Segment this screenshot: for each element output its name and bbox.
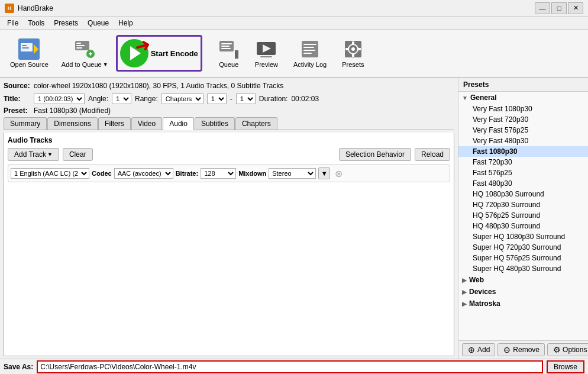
audio-tracks-toolbar: Add Track ▼ Clear Selection Behavior Rel…: [8, 148, 450, 161]
options-icon: ⚙: [553, 346, 561, 354]
preset-very-fast-1080p30[interactable]: Very Fast 1080p30: [458, 104, 588, 114]
preset-very-fast-576p25[interactable]: Very Fast 576p25: [458, 125, 588, 136]
preset-very-fast-720p30[interactable]: Very Fast 720p30: [458, 114, 588, 125]
mixdown-select[interactable]: Stereo: [269, 168, 316, 179]
menu-bar: File Tools Presets Queue Help: [0, 17, 588, 30]
add-queue-icon: [74, 38, 95, 60]
presets-panel: Presets ▼ General Very Fast 1080p30 Very…: [458, 78, 588, 359]
svg-rect-30: [345, 48, 348, 50]
svg-rect-23: [303, 50, 315, 51]
matroska-group-label: Matroska: [469, 299, 500, 308]
devices-group-label: Devices: [469, 288, 496, 296]
selection-behavior-button[interactable]: Selection Behavior: [339, 148, 411, 161]
preset-super-hq-576p25-surround[interactable]: Super HQ 576p25 Surround: [458, 253, 588, 263]
devices-toggle-icon: ▶: [462, 289, 467, 295]
svg-point-27: [351, 47, 355, 51]
preset-super-hq-720p30-surround[interactable]: Super HQ 720p30 Surround: [458, 242, 588, 253]
add-track-button[interactable]: Add Track ▼: [8, 148, 59, 161]
bitrate-select[interactable]: 128: [201, 168, 236, 179]
range-from-select[interactable]: 1: [207, 94, 227, 104]
angle-label: Angle:: [88, 95, 108, 103]
add-queue-dropdown-arrow: ▼: [103, 62, 108, 67]
angle-select[interactable]: 1: [112, 94, 131, 104]
clear-button[interactable]: Clear: [63, 148, 93, 161]
activity-log-button[interactable]: Activity Log: [287, 33, 333, 74]
range-select[interactable]: Chapters: [161, 94, 203, 104]
web-group-label: Web: [469, 276, 484, 284]
presets-remove-button[interactable]: ⊖ Remove: [497, 343, 545, 356]
preset-hq-1080p30-surround[interactable]: HQ 1080p30 Surround: [458, 189, 588, 199]
window-controls[interactable]: — □ ✕: [535, 2, 583, 14]
range-to-select[interactable]: 1: [236, 94, 256, 104]
tab-subtitles[interactable]: Subtitles: [195, 117, 235, 130]
open-source-icon: [18, 38, 40, 60]
range-label: Range:: [135, 95, 158, 103]
maximize-button[interactable]: □: [551, 2, 567, 14]
tab-dimensions[interactable]: Dimensions: [47, 117, 98, 130]
add-to-queue-button[interactable]: Add to Queue ▼: [56, 33, 114, 74]
preset-super-hq-480p30-surround[interactable]: Super HQ 480p30 Surround: [458, 263, 588, 274]
svg-rect-13: [221, 43, 232, 44]
source-value: color-wheel 1920x1080 (1920x1080), 30 FP…: [34, 82, 283, 90]
track-source-select[interactable]: 1 English (AAC LC) (2: [11, 168, 89, 179]
presets-group-web-header[interactable]: ▶ Web: [458, 274, 588, 286]
preset-hq-576p25-surround[interactable]: HQ 576p25 Surround: [458, 210, 588, 221]
title-select[interactable]: 1 (00:02:03): [34, 94, 85, 104]
save-label: Save As:: [4, 363, 33, 371]
duration-label: Duration:: [259, 95, 288, 103]
save-path-input[interactable]: [37, 360, 543, 373]
presets-toolbar-button[interactable]: Presets: [335, 33, 370, 74]
codec-select[interactable]: AAC (avcodec): [114, 168, 173, 179]
menu-presets[interactable]: Presets: [49, 18, 83, 28]
preset-hq-480p30-surround[interactable]: HQ 480p30 Surround: [458, 221, 588, 231]
presets-group-devices-header[interactable]: ▶ Devices: [458, 286, 588, 298]
general-toggle-icon: ▼: [462, 95, 468, 101]
presets-icon: [343, 38, 364, 60]
preset-super-hq-1080p30-surround[interactable]: Super HQ 1080p30 Surround: [458, 231, 588, 242]
minimize-button[interactable]: —: [535, 2, 550, 14]
browse-button[interactable]: Browse: [547, 360, 584, 373]
preset-value: Fast 1080p30 (Modified): [34, 107, 111, 115]
add-label: Add: [477, 346, 490, 354]
menu-file[interactable]: File: [2, 18, 23, 28]
svg-rect-28: [352, 41, 354, 44]
reload-button[interactable]: Reload: [415, 148, 450, 161]
preset-very-fast-480p30[interactable]: Very Fast 480p30: [458, 136, 588, 146]
menu-queue[interactable]: Queue: [83, 18, 114, 28]
codec-label: Codec: [92, 170, 112, 177]
preset-hq-720p30-surround[interactable]: HQ 720p30 Surround: [458, 199, 588, 210]
open-source-label: Open Source: [10, 61, 49, 68]
title-bar: H HandBrake — □ ✕: [0, 0, 588, 17]
presets-group-general-header[interactable]: ▼ General: [458, 92, 588, 104]
add-queue-label: Add to Queue: [62, 61, 102, 68]
tab-filters[interactable]: Filters: [98, 117, 131, 130]
tab-audio[interactable]: Audio: [163, 117, 194, 130]
preset-fast-1080p30[interactable]: Fast 1080p30: [458, 146, 588, 157]
menu-tools[interactable]: Tools: [23, 18, 49, 28]
presets-group-matroska-header[interactable]: ▶ Matroska: [458, 298, 588, 309]
close-button[interactable]: ✕: [568, 2, 583, 14]
tab-summary[interactable]: Summary: [4, 117, 47, 130]
queue-button[interactable]: Queue: [212, 33, 246, 74]
open-source-button[interactable]: Open Source: [5, 33, 54, 74]
preset-fast-576p25[interactable]: Fast 576p25: [458, 167, 588, 178]
track-remove-button[interactable]: ⊗: [332, 167, 344, 179]
menu-help[interactable]: Help: [114, 18, 138, 28]
main-content: Source: color-wheel 1920x1080 (1920x1080…: [0, 78, 588, 359]
queue-icon: [218, 38, 240, 60]
svg-rect-3: [22, 45, 27, 46]
source-row: Source: color-wheel 1920x1080 (1920x1080…: [4, 80, 454, 91]
preset-fast-720p30[interactable]: Fast 720p30: [458, 157, 588, 167]
presets-add-button[interactable]: ⊕ Add: [462, 343, 495, 356]
preset-fast-480p30[interactable]: Fast 480p30: [458, 178, 588, 189]
svg-rect-4: [22, 47, 29, 49]
presets-options-button[interactable]: ⚙ Options: [547, 343, 588, 356]
add-icon: ⊕: [467, 346, 476, 354]
tab-video[interactable]: Video: [131, 117, 162, 130]
tab-chapters[interactable]: Chapters: [235, 117, 277, 130]
svg-rect-6: [76, 43, 81, 44]
title-label: Title:: [4, 95, 30, 103]
track-expand-button[interactable]: ▼: [318, 167, 330, 179]
range-separator: -: [230, 95, 232, 103]
preview-button[interactable]: Preview: [248, 33, 285, 74]
